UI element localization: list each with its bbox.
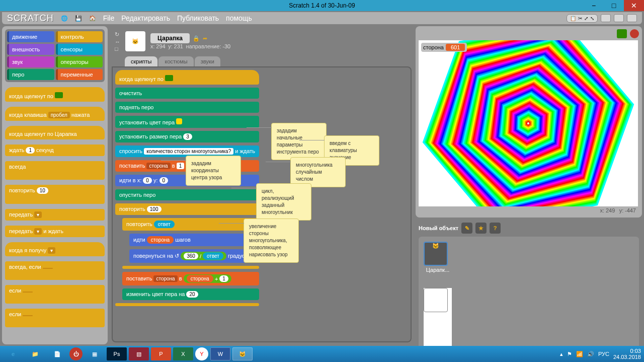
save-icon[interactable]: 💾: [75, 15, 82, 22]
tb-pp[interactable]: P: [151, 347, 171, 360]
blk-when-flag[interactable]: когда щелкнут по: [115, 70, 259, 85]
script-canvas[interactable]: когда щелкнут по очистить поднять перо у…: [112, 66, 412, 342]
sprite-item-tsarapka[interactable]: 🐱Царапк...: [424, 242, 452, 273]
palette-when-sprite[interactable]: когда щелкнут по Царапка: [5, 126, 105, 139]
maximize-button[interactable]: □: [604, 0, 624, 11]
random-sprite-button[interactable]: ?: [490, 223, 501, 234]
close-button[interactable]: ✕: [624, 0, 644, 11]
palette-when-key[interactable]: когда клавиша пробел нажата: [5, 107, 105, 121]
blk-set-var2[interactable]: поставить сторона в сторона + 1: [122, 272, 259, 285]
cat-sound[interactable]: звук: [7, 56, 54, 67]
tray-flag-icon[interactable]: ⚑: [567, 351, 572, 357]
rotate360-icon[interactable]: ↻: [115, 31, 120, 38]
palette-repeat[interactable]: повторить 10: [5, 185, 105, 204]
menu-help[interactable]: помощь: [226, 14, 252, 22]
blk-turn[interactable]: повернуться на ↺ 360 / ответ градусов: [129, 249, 259, 263]
cat-pen[interactable]: перо: [7, 69, 54, 80]
lock-icon[interactable]: 🔒: [193, 35, 200, 42]
palette-if2[interactable]: если: [5, 309, 105, 327]
blk-repeat-outer[interactable]: повторить 100: [115, 203, 259, 215]
cat-looks[interactable]: внешность: [7, 44, 54, 55]
menu-edit[interactable]: Редактировать: [121, 14, 170, 22]
cat-motion[interactable]: движение: [7, 31, 54, 42]
menu-file[interactable]: File: [103, 14, 115, 22]
script-stack[interactable]: когда щелкнут по очистить поднять перо у…: [115, 70, 259, 309]
cat-operators[interactable]: операторы: [56, 56, 103, 67]
palette-wait[interactable]: ждать 1 секунд: [5, 144, 105, 156]
stage[interactable]: сторона 601: [419, 40, 638, 206]
tb-explorer[interactable]: 📁: [25, 347, 45, 360]
import-sprite-button[interactable]: ★: [475, 223, 487, 234]
tb-excel[interactable]: X: [173, 347, 193, 360]
view-full-button[interactable]: [627, 14, 637, 22]
palette-broadcast[interactable]: передать ▾: [5, 209, 105, 221]
palette-when-flag[interactable]: когда щелкнут по: [5, 87, 105, 102]
tb-yandex[interactable]: Y: [195, 347, 208, 360]
view-med-button[interactable]: [614, 14, 624, 22]
menu-publish[interactable]: Публиковать: [177, 14, 219, 22]
palette-forever[interactable]: всегда: [5, 161, 105, 180]
menubar: SCRATCH 🌐 💾 🏠 File Редактировать Публико…: [2, 12, 642, 24]
tb-word[interactable]: 📄: [47, 347, 67, 360]
cat-sensing[interactable]: сенсоры: [56, 44, 103, 55]
grow-icon[interactable]: ⤢: [584, 16, 588, 21]
blk-repeat-inner-end[interactable]: [122, 266, 259, 269]
stop-button[interactable]: [630, 29, 639, 38]
tab-sounds[interactable]: звуки: [195, 56, 220, 66]
norotate-icon[interactable]: □: [115, 46, 120, 52]
sprite-panel: Новый объект ✎ ★ ? 🐱Царапк... Сцена: [416, 220, 642, 362]
blk-move[interactable]: идти сторона шагов: [129, 234, 259, 246]
blk-set-pen-color[interactable]: установить цвет пера: [115, 116, 259, 128]
comment-5[interactable]: цикл, реализующий заданный многоугльник: [256, 183, 311, 221]
green-flag-button[interactable]: [617, 29, 627, 38]
tray-up-icon[interactable]: ▴: [560, 351, 563, 357]
palette-when-receive[interactable]: когда я получу ▾: [5, 242, 105, 256]
palette-if[interactable]: если: [5, 285, 105, 304]
comment-3[interactable]: зададим координаты центра узора: [186, 156, 241, 186]
tb-app2[interactable]: ▧: [129, 347, 149, 360]
blk-set-pen-size[interactable]: установить размер пера 3: [115, 131, 259, 142]
paint-sprite-button[interactable]: ✎: [461, 223, 472, 234]
home-icon[interactable]: 🏠: [89, 15, 96, 22]
sprite-coords: x: 294 y: 231 направление: -30: [150, 43, 230, 49]
stage-var-monitor[interactable]: сторона 601: [421, 43, 467, 52]
tb-ps[interactable]: Ps: [107, 347, 127, 360]
tab-costumes[interactable]: костюмы: [158, 56, 193, 66]
minimize-button[interactable]: −: [584, 0, 604, 11]
copy-icon[interactable]: 📋: [570, 16, 576, 21]
comment-4[interactable]: многоугольника случайным числом: [290, 157, 346, 187]
blk-pen-up[interactable]: поднять перо: [115, 102, 259, 113]
palette-broadcast-wait[interactable]: передать ▾ и ждать: [5, 226, 105, 237]
blk-repeat-inner[interactable]: повторить ответ: [122, 218, 259, 231]
flip-icon[interactable]: ↔: [115, 39, 120, 45]
window-title: Scratch 1.4 of 30-Jun-09: [289, 2, 355, 9]
tb-word2[interactable]: W: [210, 347, 230, 360]
cat-control[interactable]: контроль: [56, 31, 103, 42]
cat-variables[interactable]: переменные: [56, 69, 103, 80]
tray-lang[interactable]: РУС: [598, 351, 609, 357]
globe-icon[interactable]: 🌐: [61, 15, 68, 22]
tb-scratch[interactable]: 🐱: [232, 347, 253, 360]
export-icon[interactable]: ➦: [203, 35, 207, 42]
category-grid: движение контроль внешность сенсоры звук…: [5, 29, 105, 82]
blk-clear[interactable]: очистить: [115, 88, 259, 99]
blk-change-pen-color[interactable]: изменить цвет пера на 20: [122, 288, 259, 300]
palette-forever-if[interactable]: всегда, если: [5, 261, 105, 280]
view-small-button[interactable]: [601, 14, 611, 22]
blk-pen-down[interactable]: опустить перо: [115, 189, 259, 200]
comment-1[interactable]: зададим начальные параметры инструмента …: [271, 123, 327, 160]
tray-time: 0:03: [613, 348, 641, 354]
cut-icon[interactable]: ✂: [578, 16, 582, 21]
shrink-icon[interactable]: ⤡: [590, 16, 594, 21]
tb-power[interactable]: ⏻: [69, 347, 83, 360]
comment-6[interactable]: увеличение стороны многоугольника, позво…: [244, 219, 299, 263]
tray-net-icon[interactable]: 📶: [576, 351, 583, 357]
sprite-list: 🐱Царапк... Сцена: [419, 237, 639, 362]
tb-ie[interactable]: e: [3, 347, 23, 360]
tb-app1[interactable]: ▦: [85, 347, 105, 360]
tab-scripts[interactable]: скрипты: [125, 56, 157, 66]
sprite-name-field[interactable]: Царапка: [150, 33, 190, 43]
stage-panel: сторона 601 x: 249 y: -447: [416, 26, 642, 218]
tray-sound-icon[interactable]: 🔊: [587, 351, 594, 357]
blk-repeat-outer-end[interactable]: [115, 303, 259, 306]
